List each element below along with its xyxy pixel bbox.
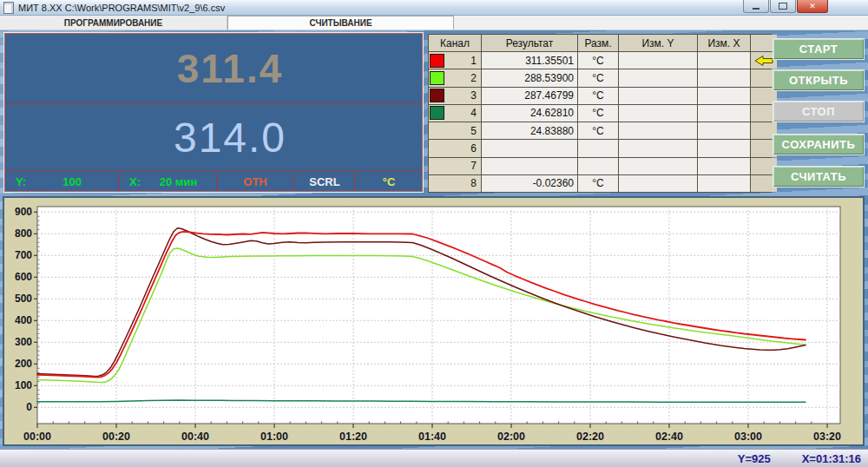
result-cell-row7[interactable] (482, 158, 577, 174)
izm-y-cell-row2[interactable] (619, 69, 697, 86)
izm-y-cell-row5[interactable] (619, 122, 697, 139)
y-scale-cell[interactable]: Y: 100 (5, 172, 119, 191)
table-header-2: Разм. (578, 35, 618, 51)
channel-cell-row1[interactable]: 1 (429, 52, 481, 69)
channel-number: 8 (470, 177, 477, 189)
izm-x-cell-row6[interactable] (698, 140, 750, 156)
table-header-0: Канал (429, 35, 481, 51)
result-cell-row1[interactable]: 311.35501 (482, 52, 577, 69)
start-button[interactable]: СТАРТ (773, 39, 864, 59)
close-icon: ✕ (809, 3, 816, 10)
channel-number: 2 (470, 72, 477, 84)
y-scale-value: 100 (26, 175, 118, 188)
izm-x-cell-row5[interactable] (698, 122, 750, 139)
channel-cell-row7[interactable]: 7 (429, 158, 481, 174)
plot-area (37, 207, 840, 424)
x-tick-label: 00:40 (181, 431, 209, 443)
channel-cell-row6[interactable]: 6 (429, 140, 481, 156)
channel-cell-row2[interactable]: 2 (429, 69, 481, 86)
x-tick-label: 00:00 (23, 431, 51, 443)
read-button[interactable]: СЧИТАТЬ (773, 167, 864, 187)
y-tick-label: 100 (15, 379, 32, 391)
result-cell-row4[interactable]: 24.62810 (482, 105, 577, 122)
scroll-toggle[interactable]: SCRL (294, 172, 356, 191)
y-tick-label: 400 (15, 314, 32, 326)
izm-x-cell-row8[interactable] (698, 175, 750, 192)
save-button[interactable]: СОХРАНИТЬ (773, 135, 864, 155)
channel-color-swatch (430, 71, 444, 85)
window-controls: ✕ (742, 0, 828, 13)
result-cell-row6[interactable] (482, 140, 577, 156)
cursor-y-readout: Y=925 (738, 452, 771, 465)
cursor-x-readout: X=01:31:16 (802, 452, 861, 465)
izm-y-cell-row6[interactable] (619, 140, 697, 156)
maximize-button[interactable] (770, 0, 796, 13)
y-tick-label: 900 (15, 206, 32, 218)
channel-cell-row3[interactable]: 3 (429, 88, 481, 104)
x-tick-label: 02:40 (655, 431, 683, 443)
channel-cell-row5[interactable]: 5 (429, 122, 481, 139)
unit-label: °C (383, 175, 396, 188)
y-tick-label: 300 (15, 336, 32, 348)
unit-cell-row8: °C (578, 175, 618, 192)
x-scale-cell[interactable]: X: 20 мин (119, 172, 217, 191)
izm-x-cell-row3[interactable] (698, 88, 750, 104)
unit-cell-row2: °C (578, 69, 618, 86)
result-cell-row5[interactable]: 24.83880 (482, 122, 577, 139)
unit-cell-row6 (578, 140, 618, 156)
y-tick-label: 600 (15, 271, 32, 283)
tab-programming[interactable]: ПРОГРАММИРОВАНИЕ (0, 16, 227, 30)
izm-x-cell-row2[interactable] (698, 69, 750, 86)
stop-button[interactable]: СТОП (773, 102, 864, 122)
primary-reading: 311.4 (5, 34, 422, 104)
channel-number: 3 (470, 89, 477, 102)
izm-y-cell-row7[interactable] (619, 158, 697, 174)
x-tick-label: 01:20 (339, 431, 367, 443)
izm-x-cell-row7[interactable] (698, 158, 750, 174)
mode-toggle[interactable]: ОТН (217, 172, 294, 191)
close-button[interactable]: ✕ (797, 0, 828, 13)
channel-color-swatch (430, 54, 444, 68)
table-header-4: Изм. X (698, 35, 750, 51)
app-window: МИТ 8.XX C:\Work\PROGRAMS\MIT\v2_9\6.csv… (0, 0, 868, 467)
tab-reading[interactable]: СЧИТЫВАНИЕ (227, 16, 454, 30)
izm-y-cell-row1[interactable] (619, 52, 697, 69)
x-tick-label: 03:20 (813, 431, 841, 443)
selected-channel-arrow-icon (753, 55, 774, 67)
title-bar: МИТ 8.XX C:\Work\PROGRAMS\MIT\v2_9\6.csv… (0, 0, 868, 16)
izm-y-cell-row3[interactable] (619, 88, 697, 104)
result-cell-row3[interactable]: 287.46799 (482, 88, 577, 104)
izm-x-cell-row4[interactable] (698, 105, 750, 122)
secondary-reading: 314.0 (5, 104, 422, 172)
result-cell-row2[interactable]: 288.53900 (482, 69, 577, 86)
channel-number: 5 (470, 125, 477, 137)
izm-y-cell-row4[interactable] (619, 105, 697, 122)
result-cell-row8[interactable]: -0.02360 (482, 175, 577, 192)
x-tick-label: 00:20 (102, 431, 130, 443)
table-header-3: Изм. Y (619, 35, 697, 51)
trend-chart[interactable]: 010020030040050060070080090000:0000:2000… (4, 198, 863, 444)
measurement-display-panel: 311.4 314.0 Y: 100 X: 20 мин ОТН SCRL (3, 32, 424, 193)
unit-toggle[interactable]: °C (356, 172, 422, 191)
app-icon (3, 2, 14, 14)
channel-number: 1 (470, 55, 477, 67)
izm-y-cell-row8[interactable] (619, 175, 697, 192)
unit-cell-row3: °C (578, 88, 618, 104)
table-header-1: Результат (482, 35, 577, 51)
channel-cell-row8[interactable]: 8 (429, 175, 481, 192)
open-button[interactable]: ОТКРЫТЬ (773, 70, 864, 90)
izm-x-cell-row1[interactable] (698, 52, 750, 69)
unit-cell-row1: °C (578, 52, 618, 69)
channel-cell-row4[interactable]: 4 (429, 105, 481, 122)
y-scale-label: Y: (16, 175, 26, 188)
x-tick-label: 03:00 (734, 431, 762, 443)
trend-chart-panel[interactable]: 010020030040050060070080090000:0000:2000… (3, 196, 865, 446)
channel-number: 4 (470, 107, 477, 119)
status-bar: Y=925 X=01:31:16 (0, 449, 868, 467)
x-scale-value: 20 мин (141, 175, 216, 188)
channel-number: 7 (470, 160, 477, 172)
unit-cell-row4: °C (578, 105, 618, 122)
display-status-row: Y: 100 X: 20 мин ОТН SCRL °C (5, 172, 422, 191)
y-tick-label: 200 (15, 358, 32, 370)
minimize-button[interactable] (743, 0, 769, 13)
